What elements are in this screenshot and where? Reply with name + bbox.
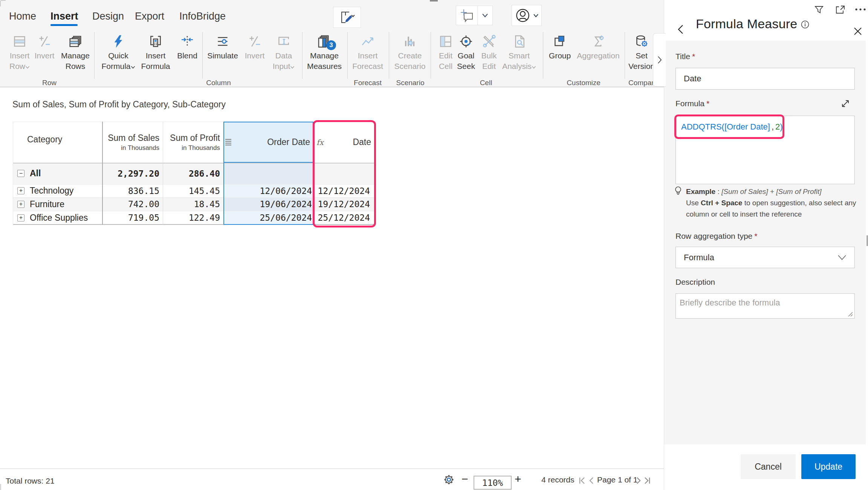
- ribbon-tab-export[interactable]: Export: [135, 11, 164, 22]
- update-button[interactable]: Update: [801, 454, 856, 479]
- panel-collapse-tab[interactable]: [653, 33, 666, 87]
- ribbon-button-create-scenario[interactable]: CreateScenario: [393, 32, 427, 80]
- prev-page-icon[interactable]: [588, 476, 594, 485]
- formula-example: Example : [Sum of Sales] + [Sum of Profi…: [686, 186, 863, 220]
- ribbon-button-blend[interactable]: Blend: [175, 32, 199, 80]
- ribbon-button-quick-formula[interactable]: QuickFormula: [99, 32, 137, 80]
- insert-forecast-icon: [351, 32, 384, 50]
- aggregation-icon: [577, 32, 620, 50]
- collapse-icon[interactable]: −: [17, 170, 24, 177]
- ribbon-button-edit-cell[interactable]: EditCell: [436, 32, 455, 80]
- ribbon-group-separator: [302, 32, 303, 79]
- pen-icon: [345, 16, 352, 22]
- manage-rows-icon: [60, 32, 91, 50]
- resize-grip-icon: [848, 311, 853, 317]
- annotation-highlight-formula: [674, 114, 784, 139]
- ribbon-tab-home[interactable]: Home: [9, 11, 36, 22]
- column-header-sales[interactable]: Sum of Salesin Thousands: [102, 122, 159, 163]
- description-textarea[interactable]: Briefly describe the formula: [675, 293, 855, 319]
- data-input-icon: [268, 32, 299, 50]
- cancel-button[interactable]: Cancel: [741, 454, 796, 479]
- ribbon-button-manage-rows[interactable]: ManageRows: [60, 32, 91, 80]
- ribbon-group-separator: [202, 32, 203, 79]
- title-input[interactable]: Date: [675, 68, 855, 90]
- table-caption: Sum of Sales, Sum of Profit by Category,…: [12, 99, 226, 110]
- ribbon-button-smart-analysis[interactable]: SmartAnalysis: [500, 32, 538, 80]
- category-cell: +Technology: [17, 184, 100, 197]
- sales-cell: 742.00: [102, 197, 159, 211]
- manage-measures-icon: [306, 32, 343, 50]
- zoom-out-button[interactable]: −: [462, 473, 468, 485]
- active-tab-underline: [50, 24, 78, 26]
- lightbulb-icon: [674, 186, 682, 197]
- popout-icon[interactable]: [835, 5, 845, 15]
- expand-icon[interactable]: +: [17, 214, 24, 221]
- ribbon-button-manage-measures[interactable]: ManageMeasures3: [306, 32, 343, 80]
- profit-cell: 122.49: [163, 211, 220, 224]
- panel-header: Formula Measure: [664, 0, 868, 41]
- expand-icon[interactable]: +: [17, 187, 24, 194]
- ribbon-tab-insert[interactable]: Insert: [50, 11, 78, 22]
- edit-mode-button[interactable]: [333, 7, 361, 28]
- comment-button[interactable]: [456, 6, 478, 25]
- aggregation-dropdown[interactable]: Formula: [675, 247, 855, 268]
- ribbon-group-separator: [625, 32, 625, 79]
- category-cell: +Office Supplies: [17, 211, 100, 224]
- chevron-down-icon: [482, 13, 488, 18]
- ribbon-button-goal-seek[interactable]: GoalSeek: [455, 32, 477, 80]
- first-page-icon[interactable]: [578, 476, 587, 485]
- ribbon-tab-design[interactable]: Design: [92, 11, 124, 22]
- ribbon-group-separator: [431, 32, 431, 79]
- close-icon[interactable]: [853, 27, 862, 36]
- expand-formula-icon[interactable]: [840, 99, 850, 108]
- back-icon[interactable]: [677, 24, 684, 35]
- ribbon-group-separator: [347, 32, 348, 79]
- zoom-in-button[interactable]: +: [515, 473, 521, 485]
- chevron-down-icon: [837, 254, 847, 261]
- status-bar: Total rows: 21 − 110% + 4 records Page 1…: [0, 469, 664, 490]
- more-options-icon[interactable]: [855, 8, 866, 11]
- ribbon-button-aggregation[interactable]: Aggregation: [577, 32, 620, 80]
- order-date-selection-border: [223, 122, 313, 225]
- chevron-right-icon: [657, 56, 662, 64]
- column-header-profit[interactable]: Sum of Profitin Thousands: [163, 122, 220, 163]
- ribbon-button-invert-rows[interactable]: Invert: [33, 32, 56, 80]
- bulk-edit-icon: [479, 32, 499, 50]
- grid-line: [13, 122, 13, 225]
- manage-measures-badge: 3: [326, 40, 336, 50]
- panel-scrollbar[interactable]: [866, 235, 868, 246]
- insert-formula-icon: [139, 32, 172, 50]
- edit-cell-icon: [436, 32, 455, 50]
- description-label: Description: [675, 278, 715, 287]
- category-cell: −All: [17, 163, 100, 184]
- settings-gear-icon[interactable]: [443, 474, 455, 487]
- next-page-icon[interactable]: [636, 476, 642, 485]
- ribbon-button-group[interactable]: Group: [547, 32, 572, 80]
- ribbon-button-data-input[interactable]: DataInput: [268, 32, 299, 80]
- corner-artifact: [0, 484, 1, 490]
- expand-icon[interactable]: +: [17, 201, 24, 208]
- page-indicator: Page 1 of 1: [597, 475, 637, 484]
- ribbon-group-label-cell: Cell: [480, 79, 492, 87]
- ribbon-group-label-column: Column: [206, 79, 231, 87]
- last-page-icon[interactable]: [643, 476, 651, 485]
- comment-dropdown-button[interactable]: [477, 6, 493, 25]
- annotation-highlight-date-column: [313, 120, 376, 227]
- profit-cell: 145.45: [163, 184, 220, 197]
- ribbon-button-insert-forecast[interactable]: InsertForecast: [351, 32, 384, 80]
- ribbon-button-insert-formula[interactable]: InsertFormula: [139, 32, 172, 80]
- info-icon[interactable]: [801, 20, 810, 29]
- zoom-level-input[interactable]: 110%: [474, 476, 512, 490]
- title-label: Title*: [675, 52, 695, 61]
- ribbon-button-bulk-edit[interactable]: BulkEdit: [479, 32, 499, 80]
- window-drag-handle: [430, 0, 438, 2]
- ribbon-button-insert-row[interactable]: InsertRow: [7, 32, 32, 80]
- ribbon-tab-infobridge[interactable]: InfoBridge: [179, 11, 226, 22]
- account-button[interactable]: [512, 5, 542, 26]
- ribbon-button-simulate[interactable]: Simulate: [205, 32, 240, 80]
- ribbon-button-set-version[interactable]: SetVersion: [627, 32, 656, 80]
- ribbon-button-invert-columns[interactable]: Invert: [243, 32, 266, 80]
- column-header-category[interactable]: Category: [27, 122, 99, 157]
- group-icon: [547, 32, 572, 50]
- filter-icon[interactable]: [814, 5, 824, 15]
